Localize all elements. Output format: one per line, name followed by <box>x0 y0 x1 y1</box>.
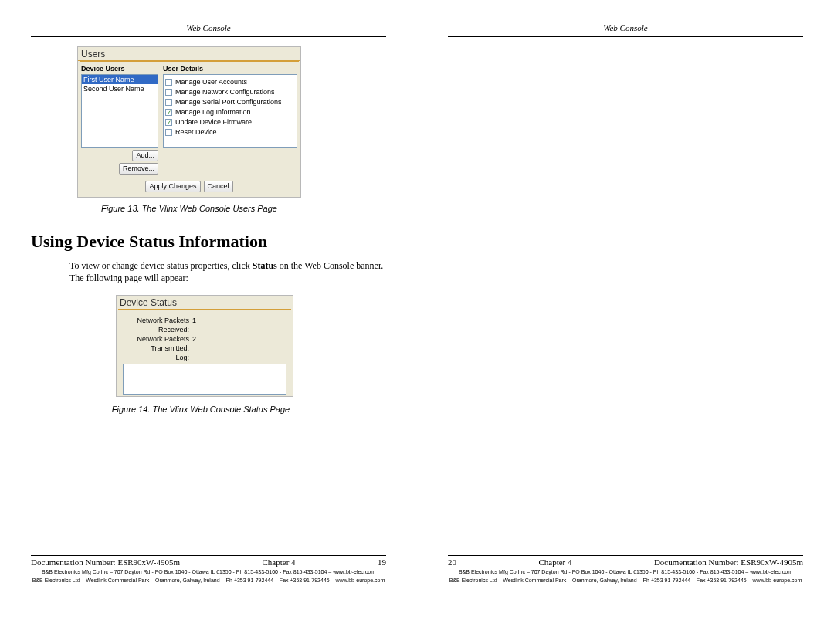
perm-label: Manage Serial Port Configurations <box>175 98 282 107</box>
body-text: To view or change device status properti… <box>70 260 253 271</box>
packets-transmitted-value: 2 <box>192 334 286 353</box>
two-page-spread: Web Console Users Device Users First Use… <box>0 0 834 644</box>
accent-rule <box>118 309 291 310</box>
apply-changes-button[interactable]: Apply Changes <box>145 181 200 192</box>
perm-manage-log[interactable]: ✓ Manage Log Information <box>165 108 295 117</box>
users-panel: Users Device Users First User Name Secon… <box>77 46 301 198</box>
page-header-label: Web Console <box>448 23 803 32</box>
perm-reset-device[interactable]: Reset Device <box>165 128 295 137</box>
packets-transmitted-label: Network Packets Transmitted: <box>123 334 192 353</box>
device-users-label: Device Users <box>81 65 158 73</box>
perm-label: Manage Network Configurations <box>175 88 275 97</box>
users-panel-footer: Apply Changes Cancel <box>78 178 300 197</box>
checkbox-icon[interactable] <box>165 79 172 86</box>
cancel-button[interactable]: Cancel <box>204 181 233 192</box>
page-number: 19 <box>378 558 386 567</box>
perm-manage-serial[interactable]: Manage Serial Port Configurations <box>165 98 295 107</box>
remove-user-button[interactable]: Remove... <box>119 163 158 175</box>
section-heading: Using Device Status Information <box>31 232 386 252</box>
users-listbox[interactable]: First User Name Second User Name <box>81 74 158 148</box>
doc-number: Documentation Number: ESR90xW-4905m <box>31 558 180 567</box>
body-bold: Status <box>253 260 277 271</box>
log-row: Log: <box>123 353 286 362</box>
perm-label: Manage User Accounts <box>175 78 247 86</box>
header-rule <box>31 36 386 37</box>
page-footer-left: Documentation Number: ESR90xW-4905m Chap… <box>31 555 386 584</box>
list-item[interactable]: Second User Name <box>82 84 158 93</box>
checkbox-icon[interactable] <box>165 129 172 136</box>
page-20: Web Console 20 Chapter 4 Documentation N… <box>417 0 834 644</box>
device-users-column: Device Users First User Name Second User… <box>81 65 158 175</box>
list-item[interactable]: First User Name <box>82 75 158 84</box>
device-status-body: Network Packets Received: 1 Network Pack… <box>117 311 293 396</box>
log-label: Log: <box>123 353 192 362</box>
checkbox-icon[interactable]: ✓ <box>165 119 172 126</box>
chapter-label: Chapter 4 <box>263 558 296 567</box>
body-paragraph: To view or change device status properti… <box>70 259 386 284</box>
device-status-panel: Device Status Network Packets Received: … <box>116 295 293 397</box>
packets-received-value: 1 <box>192 316 286 334</box>
page-footer-right: 20 Chapter 4 Documentation Number: ESR90… <box>448 555 803 584</box>
perm-update-firmware[interactable]: ✓ Update Device Firmware <box>165 118 295 127</box>
users-panel-title: Users <box>78 47 300 61</box>
doc-number: Documentation Number: ESR90xW-4905m <box>654 558 803 567</box>
user-details-box: Manage User Accounts Manage Network Conf… <box>163 74 297 148</box>
packets-transmitted-row: Network Packets Transmitted: 2 <box>123 334 286 353</box>
perm-label: Manage Log Information <box>175 108 251 117</box>
checkbox-icon[interactable] <box>165 99 172 106</box>
accent-rule <box>80 61 299 62</box>
footer-address-2: B&B Electronics Ltd – Westlink Commercia… <box>31 577 386 584</box>
checkbox-icon[interactable]: ✓ <box>165 109 172 116</box>
packets-received-label: Network Packets Received: <box>123 316 192 334</box>
footer-line-1: Documentation Number: ESR90xW-4905m Chap… <box>31 558 386 567</box>
perm-label: Update Device Firmware <box>175 118 252 127</box>
footer-address-2: B&B Electronics Ltd – Westlink Commercia… <box>448 577 803 584</box>
header-rule <box>448 36 803 37</box>
footer-line-1: 20 Chapter 4 Documentation Number: ESR90… <box>448 558 803 567</box>
user-details-column: User Details Manage User Accounts Manage… <box>163 65 297 175</box>
perm-label: Reset Device <box>175 128 217 137</box>
figure-13-caption: Figure 13. The Vlinx Web Console Users P… <box>77 204 301 213</box>
page-19: Web Console Users Device Users First Use… <box>0 0 417 644</box>
user-details-label: User Details <box>163 65 297 73</box>
users-panel-body: Device Users First User Name Second User… <box>78 63 300 178</box>
figure-14-caption: Figure 14. The Vlinx Web Console Status … <box>89 405 313 414</box>
page-number: 20 <box>448 558 456 567</box>
checkbox-icon[interactable] <box>165 89 172 96</box>
chapter-label: Chapter 4 <box>538 558 571 567</box>
footer-address-1: B&B Electronics Mfg Co Inc – 707 Dayton … <box>31 568 386 575</box>
log-textbox[interactable] <box>123 364 286 395</box>
perm-manage-network[interactable]: Manage Network Configurations <box>165 88 295 97</box>
packets-received-row: Network Packets Received: 1 <box>123 316 286 334</box>
add-user-button[interactable]: Add... <box>132 150 158 161</box>
page-header-label: Web Console <box>31 23 386 32</box>
user-list-buttons: Add... Remove... <box>81 150 158 175</box>
perm-manage-user-accounts[interactable]: Manage User Accounts <box>165 78 295 86</box>
footer-address-1: B&B Electronics Mfg Co Inc – 707 Dayton … <box>448 568 803 575</box>
device-status-title: Device Status <box>117 296 293 309</box>
